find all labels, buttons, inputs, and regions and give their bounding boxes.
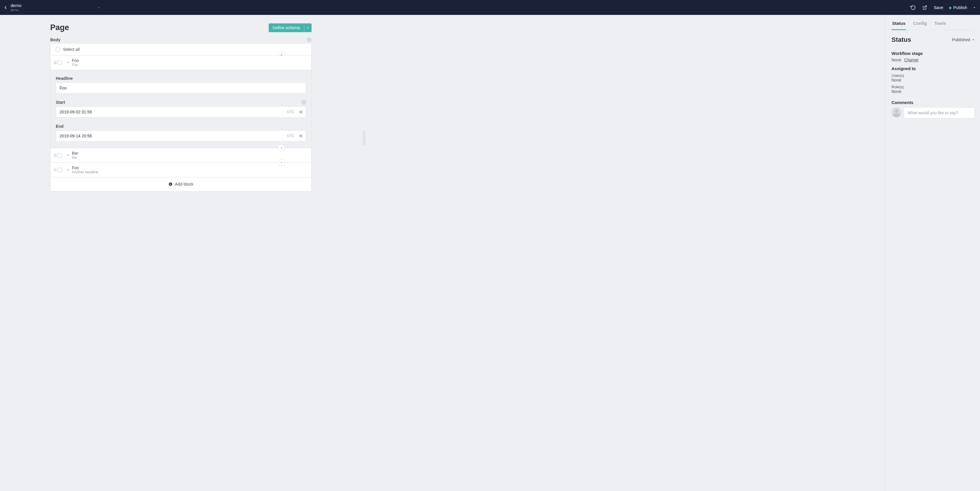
end-label: End [56, 124, 306, 129]
publish-dropdown-icon[interactable] [973, 6, 976, 9]
select-all-checkbox[interactable] [56, 47, 60, 52]
collapse-icon[interactable] [66, 61, 70, 64]
block-title: Bar [72, 151, 78, 155]
nav-dropdown-icon[interactable] [97, 6, 100, 9]
page-title: Page [50, 23, 269, 32]
save-button[interactable]: Save [934, 5, 943, 10]
users-value: None [891, 78, 975, 83]
body-settings-icon[interactable] [307, 37, 312, 42]
block-body: Headline Start UTC [51, 70, 311, 148]
publish-status-dot [949, 7, 951, 9]
start-input[interactable] [56, 107, 306, 118]
side-panel: Status Config Tools Status Published Wor… [885, 15, 980, 491]
add-block-button[interactable]: Add block [51, 177, 311, 191]
drag-handle-icon[interactable] [53, 169, 57, 171]
nav-subtitle: demo [11, 8, 22, 12]
start-settings-icon[interactable] [301, 100, 306, 105]
block-header[interactable]: Foo Another headline [51, 163, 311, 177]
tab-tools[interactable]: Tools [934, 21, 947, 30]
svg-marker-0 [98, 7, 100, 8]
block-header[interactable]: Foo Foo [51, 55, 311, 70]
revert-icon[interactable] [910, 4, 916, 11]
chevron-down-icon [972, 38, 975, 41]
users-label: User(s) [891, 73, 975, 78]
add-block-label: Add block [175, 182, 194, 187]
plus-circle-icon [169, 182, 173, 186]
svg-line-1 [924, 6, 927, 8]
block-title: Foo [72, 166, 99, 170]
panel-resize-handle[interactable] [363, 131, 366, 145]
end-input[interactable] [56, 130, 306, 142]
nav-title: demo [11, 3, 22, 8]
body-card: Select all Foo Foo [50, 43, 312, 191]
status-heading: Status [891, 36, 952, 43]
publish-button[interactable]: Publish [949, 5, 967, 10]
block-summary: Bar [72, 156, 78, 160]
headline-label: Headline [56, 76, 306, 81]
roles-value: None [891, 89, 975, 94]
main-panel: Page Define schema Body Select all [0, 15, 885, 491]
workflow-stage-value: None [891, 57, 901, 62]
tab-status[interactable]: Status [891, 21, 906, 30]
nav-titles: demo demo [11, 3, 22, 12]
block-checkbox[interactable] [57, 61, 62, 65]
block-header[interactable]: Bar Bar [51, 148, 311, 163]
start-clear-icon[interactable] [298, 110, 303, 114]
block-checkbox[interactable] [57, 168, 62, 172]
comments-label: Comments [891, 100, 975, 105]
svg-marker-22 [973, 40, 974, 40]
roles-label: Role(s) [891, 85, 975, 89]
svg-marker-2 [974, 7, 975, 8]
avatar [891, 107, 902, 117]
define-schema-dropdown[interactable] [304, 23, 312, 32]
svg-marker-18 [68, 169, 68, 171]
add-block-bubble[interactable] [278, 144, 285, 151]
block-checkbox[interactable] [57, 153, 62, 158]
workflow-stage-label: Workflow stage [891, 51, 975, 56]
headline-input[interactable] [56, 83, 306, 94]
add-block-bubble[interactable] [278, 159, 285, 166]
block-summary: Another headline [72, 171, 99, 174]
open-external-icon[interactable] [921, 4, 928, 11]
block-summary: Foo [72, 63, 79, 67]
svg-marker-15 [68, 155, 68, 156]
drag-handle-icon[interactable] [53, 154, 57, 157]
body-label: Body [50, 37, 307, 42]
select-all-row: Select all [51, 43, 311, 55]
expand-icon[interactable] [66, 154, 70, 157]
publish-state-dropdown[interactable]: Published [952, 37, 975, 42]
block-title: Foo [72, 58, 79, 63]
change-workflow-link[interactable]: Change [904, 57, 918, 62]
end-clear-icon[interactable] [298, 134, 303, 138]
define-schema-button[interactable]: Define schema [269, 23, 304, 32]
assigned-to-label: Assigned to [891, 66, 975, 71]
select-all-label: Select all [63, 47, 80, 52]
back-icon[interactable] [2, 5, 9, 11]
tab-config[interactable]: Config [913, 21, 928, 30]
svg-marker-3 [307, 27, 309, 28]
top-bar: demo demo Save Publish [0, 0, 980, 15]
comment-input[interactable] [904, 107, 975, 118]
svg-marker-7 [67, 62, 69, 63]
drag-handle-icon[interactable] [53, 61, 57, 64]
svg-point-8 [303, 102, 304, 103]
start-label: Start [56, 100, 301, 105]
svg-point-4 [309, 39, 310, 40]
expand-icon[interactable] [66, 168, 70, 171]
